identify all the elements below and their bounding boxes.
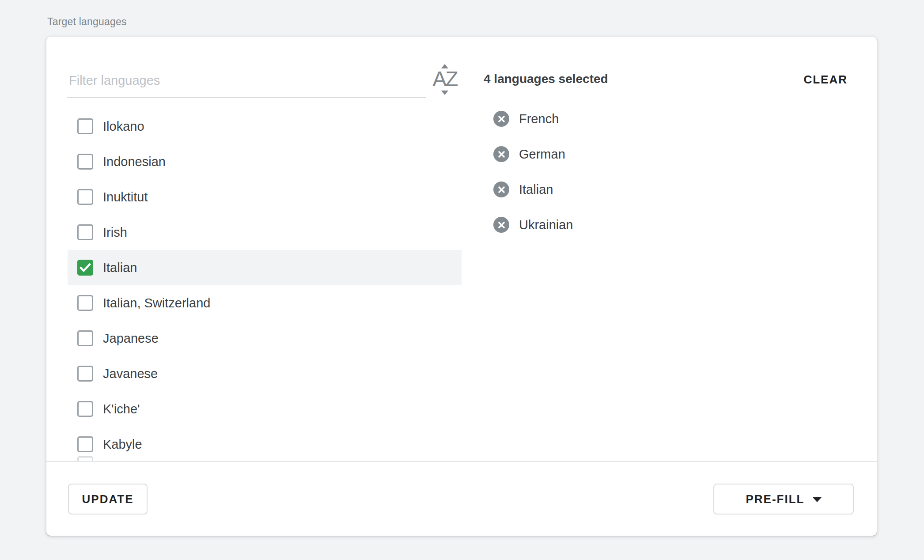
remove-language-button[interactable] [493, 146, 509, 162]
close-icon [498, 151, 505, 158]
clear-button[interactable]: CLEAR [803, 73, 848, 87]
checkbox[interactable] [77, 189, 93, 205]
language-list: Ilokano Indonesian Inuktitut Irish Itali… [68, 109, 462, 461]
language-option[interactable]: Indonesian [68, 144, 462, 179]
language-label: Irish [103, 225, 127, 240]
language-label: Ilokano [103, 119, 144, 134]
prefill-button[interactable]: PRE-FILL [713, 484, 854, 515]
selected-language-item: Ukrainian [493, 207, 573, 242]
update-button[interactable]: UPDATE [68, 484, 148, 515]
prefill-label: PRE-FILL [746, 492, 805, 506]
checkbox[interactable] [77, 154, 93, 170]
close-icon [498, 186, 505, 193]
dropdown-caret-icon [813, 497, 822, 502]
language-option[interactable]: Ilokano [68, 109, 462, 144]
selected-language-item: French [493, 101, 573, 136]
language-option[interactable]: Irish [68, 215, 462, 250]
remove-language-button[interactable] [493, 217, 509, 233]
checkbox[interactable] [77, 436, 93, 452]
filter-languages-input[interactable] [67, 66, 426, 97]
language-label: Kabyle [103, 437, 142, 452]
selected-language-item: German [493, 136, 573, 172]
selected-languages-list: French German Italian Ukrainian [493, 101, 573, 242]
partially-visible-checkbox [77, 456, 93, 461]
sort-ascending-arrow-icon [441, 64, 448, 68]
language-label: Javanese [103, 367, 158, 381]
close-icon [498, 221, 505, 229]
update-label: UPDATE [82, 492, 134, 506]
checkbox[interactable] [77, 118, 93, 134]
footer-divider [46, 461, 877, 462]
language-option[interactable]: Italian [68, 250, 462, 285]
remove-language-button[interactable] [493, 182, 509, 197]
checkbox[interactable] [77, 260, 93, 276]
sort-alphabetical-button[interactable]: AZ [430, 64, 460, 95]
checkbox[interactable] [77, 401, 93, 417]
checkbox[interactable] [77, 330, 93, 346]
language-picker-card: AZ Ilokano Indonesian Inuktitut Irish [46, 37, 877, 536]
target-languages-screen: Target languages AZ Ilokano Indonesian I [0, 0, 924, 560]
selected-language-label: Ukrainian [519, 218, 573, 232]
selected-language-item: Italian [493, 172, 573, 207]
filter-field [67, 66, 426, 98]
remove-language-button[interactable] [493, 111, 509, 127]
language-option[interactable]: Inuktitut [68, 179, 462, 215]
selected-language-label: Italian [519, 182, 553, 197]
checkmark-icon [80, 263, 91, 272]
selected-language-label: French [519, 112, 559, 126]
language-label: Inuktitut [103, 190, 148, 204]
selected-language-label: German [519, 147, 565, 162]
language-label: Italian [103, 261, 137, 275]
language-label: Italian, Switzerland [103, 296, 210, 310]
checkbox[interactable] [77, 366, 93, 382]
sort-descending-arrow-icon [441, 91, 448, 95]
sort-alphabetical-icon: AZ [432, 68, 457, 91]
checkbox[interactable] [77, 224, 93, 240]
language-option[interactable]: Japanese [68, 321, 462, 356]
language-label: Indonesian [103, 155, 166, 169]
language-label: K'iche' [103, 402, 140, 416]
close-icon [498, 115, 505, 123]
language-label: Japanese [103, 331, 159, 346]
selected-count-label: 4 languages selected [484, 72, 608, 86]
language-option[interactable]: Italian, Switzerland [68, 285, 462, 321]
checkbox[interactable] [77, 295, 93, 311]
language-option[interactable]: Javanese [68, 356, 462, 391]
language-option[interactable]: K'iche' [68, 391, 462, 427]
page-title: Target languages [47, 16, 127, 28]
language-option[interactable]: Kabyle [68, 427, 462, 461]
